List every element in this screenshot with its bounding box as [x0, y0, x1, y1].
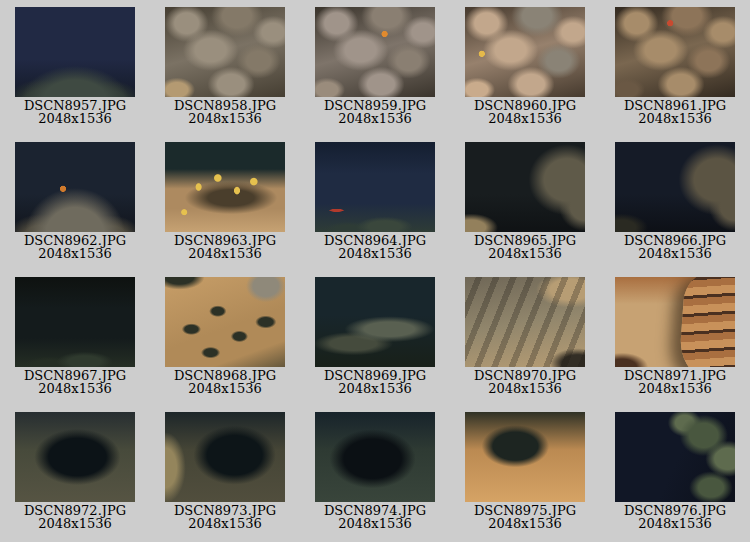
thumbnail[interactable] — [315, 142, 435, 232]
thumbnail-caption: DSCN8959.JPG 2048x1536 — [324, 99, 426, 125]
thumbnail-caption: DSCN8962.JPG 2048x1536 — [24, 234, 126, 260]
thumbnail[interactable] — [15, 412, 135, 502]
gallery-item: DSCN8968.JPG 2048x1536 — [150, 270, 300, 405]
thumbnail-dimensions: 2048x1536 — [624, 382, 726, 395]
thumbnail-dimensions: 2048x1536 — [624, 112, 726, 125]
thumbnail[interactable] — [615, 412, 735, 502]
thumbnail-caption: DSCN8963.JPG 2048x1536 — [174, 234, 276, 260]
gallery-item: DSCN8964.JPG 2048x1536 — [300, 135, 450, 270]
thumbnail[interactable] — [165, 412, 285, 502]
thumbnail[interactable] — [315, 412, 435, 502]
thumbnail-dimensions: 2048x1536 — [324, 382, 426, 395]
thumbnail-caption: DSCN8964.JPG 2048x1536 — [324, 234, 426, 260]
gallery-item: DSCN8974.JPG 2048x1536 — [300, 405, 450, 540]
thumbnail[interactable] — [615, 7, 735, 97]
gallery-item: DSCN8960.JPG 2048x1536 — [450, 0, 600, 135]
thumbnail-dimensions: 2048x1536 — [174, 112, 276, 125]
thumbnail-dimensions: 2048x1536 — [24, 247, 126, 260]
gallery-item: DSCN8970.JPG 2048x1536 — [450, 270, 600, 405]
thumbnail[interactable] — [165, 142, 285, 232]
thumbnail-caption: DSCN8975.JPG 2048x1536 — [474, 504, 576, 530]
thumbnail-dimensions: 2048x1536 — [474, 247, 576, 260]
gallery-item: DSCN8969.JPG 2048x1536 — [300, 270, 450, 405]
gallery-item: DSCN8962.JPG 2048x1536 — [0, 135, 150, 270]
thumbnail-caption: DSCN8960.JPG 2048x1536 — [474, 99, 576, 125]
thumbnail-caption: DSCN8973.JPG 2048x1536 — [174, 504, 276, 530]
thumbnail-caption: DSCN8970.JPG 2048x1536 — [474, 369, 576, 395]
thumbnail-caption: DSCN8976.JPG 2048x1536 — [624, 504, 726, 530]
thumbnail-caption: DSCN8972.JPG 2048x1536 — [24, 504, 126, 530]
thumbnail[interactable] — [615, 142, 735, 232]
thumbnail-dimensions: 2048x1536 — [24, 382, 126, 395]
thumbnail-caption: DSCN8974.JPG 2048x1536 — [324, 504, 426, 530]
thumbnail-dimensions: 2048x1536 — [324, 247, 426, 260]
gallery-item: DSCN8975.JPG 2048x1536 — [450, 405, 600, 540]
thumbnail-caption: DSCN8961.JPG 2048x1536 — [624, 99, 726, 125]
thumbnail-dimensions: 2048x1536 — [324, 517, 426, 530]
thumbnail-caption: DSCN8969.JPG 2048x1536 — [324, 369, 426, 395]
thumbnail-dimensions: 2048x1536 — [624, 517, 726, 530]
thumbnail[interactable] — [15, 277, 135, 367]
thumbnail-dimensions: 2048x1536 — [24, 112, 126, 125]
gallery-item: DSCN8959.JPG 2048x1536 — [300, 0, 450, 135]
thumbnail-caption: DSCN8957.JPG 2048x1536 — [24, 99, 126, 125]
thumbnail-dimensions: 2048x1536 — [474, 112, 576, 125]
gallery-item: DSCN8966.JPG 2048x1536 — [600, 135, 750, 270]
gallery-item: DSCN8965.JPG 2048x1536 — [450, 135, 600, 270]
gallery-item: DSCN8967.JPG 2048x1536 — [0, 270, 150, 405]
thumbnail[interactable] — [165, 277, 285, 367]
thumbnail-dimensions: 2048x1536 — [174, 517, 276, 530]
gallery-item: DSCN8973.JPG 2048x1536 — [150, 405, 300, 540]
thumbnail[interactable] — [15, 142, 135, 232]
thumbnail[interactable] — [465, 7, 585, 97]
gallery-item: DSCN8958.JPG 2048x1536 — [150, 0, 300, 135]
thumbnail[interactable] — [465, 412, 585, 502]
thumbnail[interactable] — [15, 7, 135, 97]
thumbnail-caption: DSCN8967.JPG 2048x1536 — [24, 369, 126, 395]
thumbnail-dimensions: 2048x1536 — [174, 382, 276, 395]
thumbnail-dimensions: 2048x1536 — [624, 247, 726, 260]
thumbnail-dimensions: 2048x1536 — [24, 517, 126, 530]
thumbnail-dimensions: 2048x1536 — [324, 112, 426, 125]
thumbnail-caption: DSCN8971.JPG 2048x1536 — [624, 369, 726, 395]
thumbnail-dimensions: 2048x1536 — [474, 517, 576, 530]
thumbnail[interactable] — [465, 277, 585, 367]
thumbnail-caption: DSCN8958.JPG 2048x1536 — [174, 99, 276, 125]
gallery-item: DSCN8976.JPG 2048x1536 — [600, 405, 750, 540]
gallery-grid: DSCN8957.JPG 2048x1536 DSCN8958.JPG 2048… — [0, 0, 750, 540]
gallery-item: DSCN8971.JPG 2048x1536 — [600, 270, 750, 405]
gallery-item: DSCN8963.JPG 2048x1536 — [150, 135, 300, 270]
thumbnail[interactable] — [165, 7, 285, 97]
gallery-item: DSCN8972.JPG 2048x1536 — [0, 405, 150, 540]
gallery-item: DSCN8961.JPG 2048x1536 — [600, 0, 750, 135]
gallery-item: DSCN8957.JPG 2048x1536 — [0, 0, 150, 135]
thumbnail-caption: DSCN8966.JPG 2048x1536 — [624, 234, 726, 260]
thumbnail-dimensions: 2048x1536 — [174, 247, 276, 260]
thumbnail[interactable] — [315, 277, 435, 367]
thumbnail[interactable] — [615, 277, 735, 367]
thumbnail-caption: DSCN8968.JPG 2048x1536 — [174, 369, 276, 395]
thumbnail-dimensions: 2048x1536 — [474, 382, 576, 395]
thumbnail-caption: DSCN8965.JPG 2048x1536 — [474, 234, 576, 260]
thumbnail[interactable] — [315, 7, 435, 97]
thumbnail[interactable] — [465, 142, 585, 232]
